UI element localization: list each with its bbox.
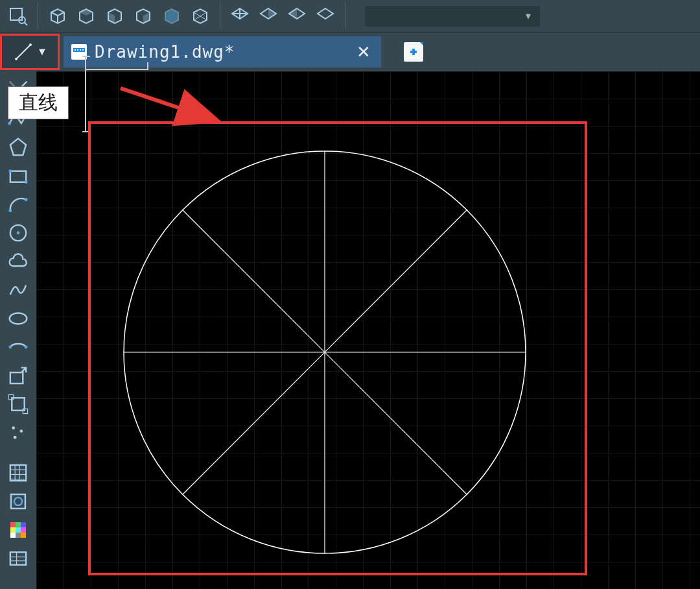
svg-marker-8 xyxy=(80,9,93,16)
drawing-content xyxy=(117,148,532,557)
svg-point-59 xyxy=(14,436,17,439)
svg-rect-53 xyxy=(10,372,23,383)
svg-line-73 xyxy=(121,88,211,119)
circle-icon[interactable] xyxy=(7,222,29,244)
svg-line-25 xyxy=(16,45,30,59)
iso-view-4-icon[interactable] xyxy=(312,3,338,29)
svg-rect-32 xyxy=(80,49,81,51)
svg-rect-43 xyxy=(10,171,26,182)
svg-marker-24 xyxy=(318,8,333,19)
svg-point-40 xyxy=(8,122,11,125)
svg-marker-12 xyxy=(143,12,150,23)
drawing-canvas[interactable] xyxy=(36,71,700,589)
chevron-down-icon: ▾ xyxy=(526,10,531,22)
svg-point-50 xyxy=(10,313,27,324)
svg-line-2 xyxy=(24,22,27,25)
ruler-horizontal xyxy=(85,56,148,70)
svg-point-52 xyxy=(25,346,28,349)
dropdown-caret-icon: ▼ xyxy=(37,46,47,58)
point-icon[interactable] xyxy=(7,422,29,444)
svg-rect-30 xyxy=(75,49,76,51)
svg-marker-23 xyxy=(289,8,297,19)
svg-point-26 xyxy=(15,58,18,60)
svg-point-51 xyxy=(8,346,12,349)
ellipse-icon[interactable] xyxy=(7,307,29,330)
rectangle-icon[interactable] xyxy=(7,165,29,187)
toolbar-divider xyxy=(220,3,220,29)
svg-marker-42 xyxy=(10,139,26,156)
view-cube-5-icon[interactable] xyxy=(159,3,185,29)
insert-block-icon[interactable] xyxy=(7,365,29,387)
svg-point-44 xyxy=(8,169,12,173)
view-cube-1-icon[interactable] xyxy=(45,3,71,29)
view-cube-2-icon[interactable] xyxy=(73,3,99,29)
svg-point-46 xyxy=(8,209,12,212)
svg-line-4 xyxy=(51,12,58,16)
svg-marker-10 xyxy=(108,12,115,23)
new-tab-button[interactable] xyxy=(401,39,426,65)
view-dropdown[interactable]: ▾ xyxy=(365,6,540,27)
svg-point-57 xyxy=(12,426,15,429)
color-palette-icon[interactable] xyxy=(7,519,29,541)
top-toolbar: ▾ xyxy=(0,0,700,32)
toolbar-divider xyxy=(345,3,345,29)
svg-point-45 xyxy=(25,180,28,184)
line-tooltip: 直线 xyxy=(8,86,69,119)
svg-rect-66 xyxy=(11,494,25,509)
draw-toolbar xyxy=(0,71,36,589)
svg-rect-0 xyxy=(10,8,22,20)
iso-view-2-icon[interactable] xyxy=(255,3,281,29)
view-cube-3-icon[interactable] xyxy=(102,3,128,29)
svg-point-58 xyxy=(19,429,23,433)
svg-rect-60 xyxy=(10,465,26,481)
svg-point-47 xyxy=(25,198,28,201)
svg-point-67 xyxy=(14,498,22,505)
annotation-arrow-icon xyxy=(114,83,224,128)
table-icon[interactable] xyxy=(7,547,29,570)
close-tab-icon[interactable]: ✕ xyxy=(356,42,371,62)
line-tool-button[interactable]: ▼ xyxy=(0,34,60,70)
ruler-vertical xyxy=(85,56,86,132)
polygon-icon[interactable] xyxy=(7,136,29,158)
toolbar-divider xyxy=(38,3,38,29)
make-block-icon[interactable] xyxy=(7,393,29,415)
hatch-icon[interactable] xyxy=(7,462,29,484)
view-cube-4-icon[interactable] xyxy=(130,3,156,29)
svg-marker-13 xyxy=(165,9,178,23)
iso-view-3-icon[interactable] xyxy=(284,3,310,29)
iso-view-1-icon[interactable] xyxy=(227,3,253,29)
view-cube-6-icon[interactable] xyxy=(187,3,213,29)
ellipse-arc-icon[interactable] xyxy=(7,336,29,358)
arc-icon[interactable] xyxy=(7,193,29,215)
svg-rect-68 xyxy=(10,552,26,564)
svg-marker-21 xyxy=(268,8,276,19)
spline-icon[interactable] xyxy=(7,279,29,301)
main-area xyxy=(0,71,700,589)
svg-rect-33 xyxy=(82,49,84,51)
zoom-extents-icon[interactable] xyxy=(5,3,31,29)
svg-point-49 xyxy=(17,232,20,235)
svg-point-27 xyxy=(29,43,32,46)
svg-rect-31 xyxy=(77,49,78,51)
cloud-icon[interactable] xyxy=(7,250,29,272)
region-icon[interactable] xyxy=(7,490,29,512)
svg-line-5 xyxy=(58,12,64,16)
